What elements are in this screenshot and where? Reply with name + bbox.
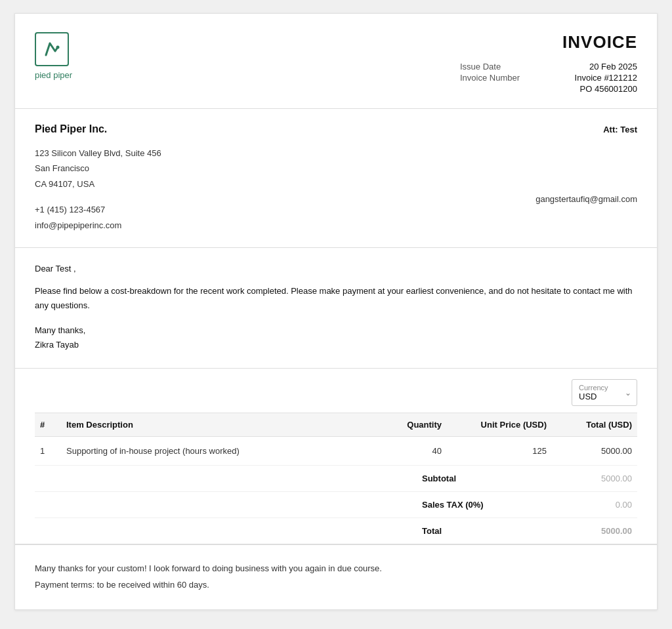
chevron-down-icon: ⌄ xyxy=(625,388,631,397)
totals-section: Subtotal 5000.00 Sales TAX (0%) 0.00 Tot… xyxy=(35,466,637,544)
client-email: gangstertaufiq@gmail.com xyxy=(536,194,637,204)
closing-line1: Many thanks, xyxy=(35,323,637,338)
invoice-title: INVOICE xyxy=(460,32,637,52)
po-label xyxy=(460,84,532,94)
table-header-row: # Item Description Quantity Unit Price (… xyxy=(35,413,637,437)
row-quantity: 40 xyxy=(368,437,447,466)
company-logo-icon xyxy=(35,32,69,66)
tax-value: 0.00 xyxy=(553,500,632,510)
footer-text: Many thanks for your custom! I look forw… xyxy=(35,561,637,593)
row-description: Supporting of in-house project (hours wo… xyxy=(61,437,368,466)
currency-row: Currency USD ⌄ xyxy=(35,379,637,406)
row-total: 5000.00 xyxy=(552,437,637,466)
closing-line2: Zikra Tayab xyxy=(35,338,637,352)
table-row: 1 Supporting of in-house project (hours … xyxy=(35,437,637,466)
subtotal-value: 5000.00 xyxy=(553,474,632,483)
invoice-meta: INVOICE Issue Date 20 Feb 2025 Invoice N… xyxy=(460,32,637,95)
row-number: 1 xyxy=(35,437,61,466)
footer-line1: Many thanks for your custom! I look forw… xyxy=(35,561,637,577)
col-quantity: Quantity xyxy=(368,413,447,437)
col-unit-price: Unit Price (USD) xyxy=(447,413,552,437)
att-label: Att: Test xyxy=(603,125,637,134)
footer-section: Many thanks for your custom! I look forw… xyxy=(15,544,657,609)
company-address: 123 Silicon Valley Blvd, Suite 456 San F… xyxy=(35,146,161,192)
header-section: pied piper INVOICE Issue Date 20 Feb 202… xyxy=(15,14,657,109)
currency-dropdown[interactable]: Currency USD ⌄ xyxy=(572,379,637,406)
col-description: Item Description xyxy=(61,413,368,437)
company-section: Pied Piper Inc. 123 Silicon Valley Blvd,… xyxy=(15,109,657,248)
company-contact: +1 (415) 123-4567 info@pipepiperinc.com xyxy=(35,202,161,233)
message-section: Dear Test , Please find below a cost-bre… xyxy=(15,248,657,369)
invoice-number-label: Invoice Number xyxy=(460,73,532,83)
address-line3: CA 94107, USA xyxy=(35,176,161,192)
address-line2: San Francisco xyxy=(35,161,161,176)
issue-date-row: Issue Date 20 Feb 2025 xyxy=(460,62,637,71)
company-info: Pied Piper Inc. 123 Silicon Valley Blvd,… xyxy=(35,123,161,233)
message-closing: Many thanks, Zikra Tayab xyxy=(35,323,637,352)
subtotal-row: Subtotal 5000.00 xyxy=(35,466,637,492)
items-section: Currency USD ⌄ # Item Description Quanti… xyxy=(15,369,657,544)
total-row: Total 5000.00 xyxy=(35,518,637,544)
svg-point-1 xyxy=(56,46,60,49)
currency-value: USD xyxy=(579,392,617,401)
address-line1: 123 Silicon Valley Blvd, Suite 456 xyxy=(35,146,161,161)
invoice-container: pied piper INVOICE Issue Date 20 Feb 202… xyxy=(14,13,658,610)
company-name: Pied Piper Inc. xyxy=(35,123,161,135)
po-value: PO 456001200 xyxy=(552,84,637,94)
col-number: # xyxy=(35,413,61,437)
tax-row: Sales TAX (0%) 0.00 xyxy=(35,492,637,518)
footer-line2: Payment terms: to be received within 60 … xyxy=(35,577,637,594)
row-unit-price: 125 xyxy=(447,437,552,466)
invoice-number-row: Invoice Number Invoice #121212 xyxy=(460,73,637,83)
total-value: 5000.00 xyxy=(553,526,632,536)
company-logo-text: pied piper xyxy=(35,70,72,80)
total-label: Total xyxy=(422,526,553,536)
po-row: PO 456001200 xyxy=(460,84,637,94)
message-greeting: Dear Test , xyxy=(35,264,637,274)
att-section: Att: Test gangstertaufiq@gmail.com xyxy=(536,123,637,204)
company-phone: +1 (415) 123-4567 xyxy=(35,202,161,217)
currency-label: Currency xyxy=(579,384,617,392)
tax-label: Sales TAX (0%) xyxy=(422,500,553,510)
message-body: Please find below a cost-breakdown for t… xyxy=(35,284,637,313)
items-table: # Item Description Quantity Unit Price (… xyxy=(35,413,637,466)
issue-date-label: Issue Date xyxy=(460,62,532,71)
subtotal-label: Subtotal xyxy=(422,474,553,483)
logo-area: pied piper xyxy=(35,32,72,80)
issue-date-value: 20 Feb 2025 xyxy=(552,62,637,71)
company-email: info@pipepiperinc.com xyxy=(35,218,161,233)
svg-rect-0 xyxy=(41,38,63,60)
invoice-number-value: Invoice #121212 xyxy=(552,73,637,83)
col-total: Total (USD) xyxy=(552,413,637,437)
